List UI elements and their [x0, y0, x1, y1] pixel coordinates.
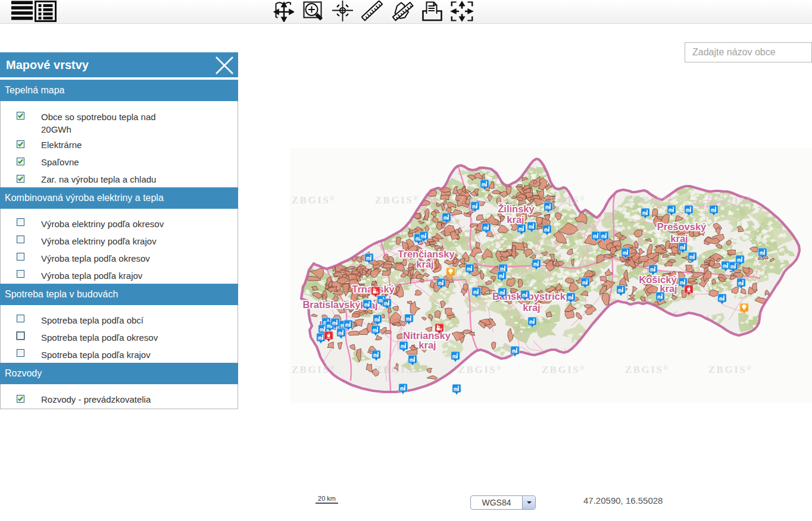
svg-text:Bratislavský: Bratislavský — [302, 299, 361, 310]
svg-text:ZBGIS®: ZBGIS® — [458, 364, 502, 375]
svg-text:Trenčiansky: Trenčiansky — [398, 249, 455, 259]
svg-text:kraj: kraj — [419, 340, 436, 350]
svg-text:kraj: kraj — [670, 233, 688, 244]
svg-text:ZBGIS®: ZBGIS® — [708, 364, 752, 375]
svg-text:Žilinský: Žilinský — [498, 203, 535, 214]
svg-text:ZBGIS®: ZBGIS® — [375, 194, 419, 206]
svg-text:kraj: kraj — [507, 214, 524, 225]
svg-text:ZBGIS®: ZBGIS® — [625, 194, 669, 206]
svg-text:ZBGIS®: ZBGIS® — [458, 194, 502, 206]
svg-text:ZBGIS®: ZBGIS® — [292, 194, 336, 206]
svg-text:ZBGIS®: ZBGIS® — [542, 364, 586, 375]
svg-text:kraj: kraj — [416, 259, 433, 269]
svg-text:kraj: kraj — [523, 302, 540, 313]
svg-text:ZBGIS®: ZBGIS® — [625, 364, 669, 375]
svg-text:ZBGIS®: ZBGIS® — [292, 364, 336, 375]
svg-text:ZBGIS®: ZBGIS® — [708, 194, 752, 206]
svg-text:Prešovský: Prešovský — [657, 221, 707, 232]
